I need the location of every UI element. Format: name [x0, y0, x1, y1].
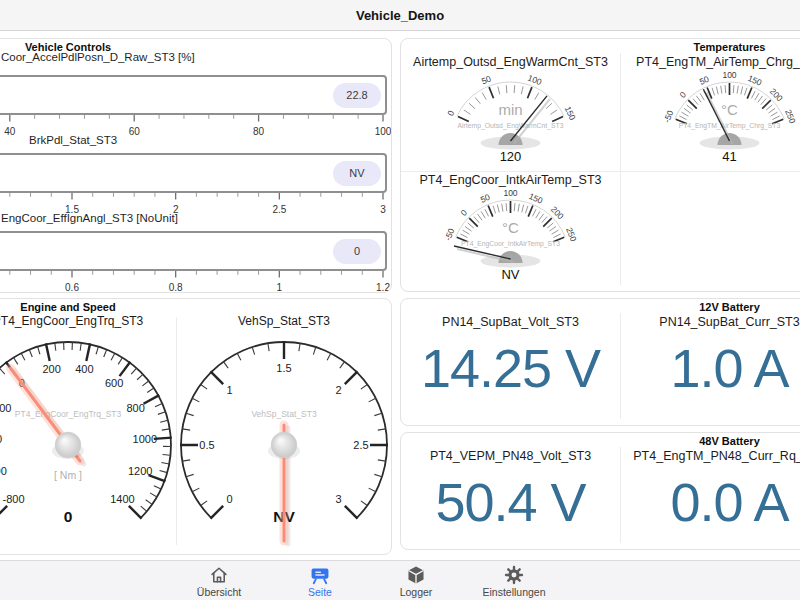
readout-value: 14.25 V: [401, 335, 620, 401]
panel-header-temperatures: Temperatures: [401, 41, 800, 53]
gauge-unit: °C: [721, 101, 738, 118]
nav-item-page[interactable]: Seite: [265, 564, 375, 598]
svg-text:60: 60: [129, 126, 141, 137]
readout-title: PT4_EngTM_PN48_Curr_Rq_ST3: [620, 449, 800, 463]
svg-text:3: 3: [380, 204, 386, 215]
svg-text:1.2: 1.2: [376, 282, 390, 293]
svg-text:2: 2: [335, 384, 341, 396]
page-icon: [265, 564, 375, 586]
slider-value-badge: NV: [333, 161, 381, 186]
gauge-knob: [55, 432, 81, 458]
svg-text:150: 150: [563, 105, 578, 122]
panel-engine-and-speed: Engine and Speed PT4_EngCoor_EngTrq_ST3-…: [0, 298, 392, 555]
gauge-signal-name: VehSp_Stat_ST3: [251, 409, 316, 419]
nav-item-label: Logger: [361, 586, 471, 598]
gauge-knob: [271, 432, 297, 458]
slider-track[interactable]: 0: [0, 231, 387, 271]
gauge-title: PT4_EngTM_AirTemp_Chrg_ST3: [620, 55, 800, 69]
gauge-signal-name: PT4_EngTM_AirTemp_Chrg_ST3: [679, 122, 781, 130]
settings-icon: [459, 564, 569, 586]
half-dial-gauge: -50050100150200250°CPT4_EngCoor_IntkAirT…: [401, 189, 620, 269]
panel-vehicle-controls: Vehicle Controls Coor_AccelPdlPosn_D_Raw…: [0, 38, 392, 293]
gauge-value: 0: [64, 508, 73, 525]
readout-title: PN14_SupBat_Curr_ST3: [620, 315, 800, 329]
panel-48v-battery: 48V Battery PT4_VEPM_PN48_Volt_ST350.4 V…: [400, 432, 800, 550]
round-dial-gauge: VehSp_Stat_ST300.511.522.53VehSp_Stat_ST…: [176, 313, 392, 551]
svg-text:250: 250: [783, 108, 798, 125]
svg-text:0: 0: [445, 109, 456, 118]
nav-item-settings[interactable]: Einstellungen: [459, 564, 569, 598]
svg-text:1400: 1400: [110, 493, 134, 505]
gauge-unit: °C: [502, 219, 519, 236]
nav-item-home[interactable]: Übersicht: [164, 564, 274, 598]
gauge-title: PT4_EngCoor_IntkAirTemp_ST3: [401, 173, 620, 187]
gauge-signal-name: PT4_EngCoor_IntkAirTemp_ST3: [461, 240, 560, 248]
logger-icon: [361, 564, 471, 586]
svg-text:100: 100: [722, 71, 736, 80]
panel-temperatures: Temperatures Airtemp_Outsd_EngWarmCnt_ST…: [400, 38, 800, 292]
svg-text:600: 600: [105, 377, 123, 389]
svg-text:-50: -50: [443, 227, 457, 242]
panel-header-vehicle-controls: Vehicle Controls: [0, 41, 391, 53]
svg-text:200: 200: [42, 363, 60, 375]
app-title: Vehicle_Demo: [356, 8, 444, 23]
svg-text:-50: -50: [662, 109, 676, 124]
svg-text:1000: 1000: [133, 433, 157, 445]
svg-text:-400: -400: [0, 433, 2, 445]
svg-text:100: 100: [503, 189, 517, 198]
svg-text:50: 50: [698, 74, 711, 87]
readout-title: PT4_VEPM_PN48_Volt_ST3: [401, 449, 620, 463]
gauge-signal-name: PT4_EngCoor_EngTrq_ST3: [15, 409, 122, 419]
slider-axis: 00.20.40.60.811.2: [0, 271, 391, 293]
gauge-needle: [454, 246, 511, 259]
nav-item-logger[interactable]: Logger: [361, 564, 471, 598]
readout-value: 50.4 V: [401, 469, 620, 535]
slider-signal-label: EngCoor_EffIgnAngl_ST3 [NoUnit]: [1, 212, 178, 224]
svg-text:50: 50: [480, 73, 493, 86]
svg-text:-800: -800: [3, 493, 25, 505]
panel-header-48v-battery: 48V Battery: [401, 435, 800, 447]
readout-title: PN14_SupBat_Volt_ST3: [401, 315, 620, 329]
panel-12v-battery: 12V Battery PN14_SupBat_Volt_ST314.25 VP…: [400, 298, 800, 426]
svg-text:1.5: 1.5: [276, 362, 291, 374]
gauge-value: 120: [401, 149, 620, 164]
readout-value: 0.0 A: [620, 469, 800, 535]
home-icon: [164, 564, 274, 586]
nav-item-label: Einstellungen: [459, 586, 569, 598]
round-dial-gauge: PT4_EngCoor_EngTrq_ST3-800-600-400-20002…: [0, 313, 176, 551]
svg-text:0: 0: [678, 89, 689, 100]
svg-text:800: 800: [126, 402, 144, 414]
gauge-hub: [499, 133, 523, 145]
svg-text:400: 400: [75, 363, 93, 375]
readout-value: 1.0 A: [620, 335, 800, 401]
svg-text:-600: -600: [0, 465, 7, 477]
half-dial-gauge: -50050100150200250°CPT4_EngTM_AirTemp_Ch…: [620, 71, 800, 151]
nav-item-label: Übersicht: [164, 586, 274, 598]
svg-text:1: 1: [226, 384, 232, 396]
gauge-title: VehSp_Stat_ST3: [238, 314, 330, 328]
app-title-bar: Vehicle_Demo: [0, 0, 800, 31]
svg-text:0.5: 0.5: [199, 439, 214, 451]
svg-text:3: 3: [335, 493, 341, 505]
slider-value-badge: 0: [333, 239, 381, 264]
svg-text:0.8: 0.8: [169, 282, 183, 293]
svg-text:1200: 1200: [128, 465, 152, 477]
svg-text:40: 40: [4, 126, 16, 137]
nav-item-label: Seite: [265, 586, 375, 598]
svg-text:0: 0: [459, 207, 470, 218]
gauge-title: PT4_EngCoor_EngTrq_ST3: [0, 314, 143, 328]
svg-text:80: 80: [253, 126, 265, 137]
panel-header-engine-and-speed: Engine and Speed: [0, 301, 391, 313]
gauge-title: Airtemp_Outsd_EngWarmCnt_ST3: [401, 55, 620, 69]
svg-text:100: 100: [375, 126, 391, 137]
slider-track[interactable]: 22.8: [0, 75, 387, 115]
gauge-unit: [ Nm ]: [54, 469, 82, 481]
bottom-nav-bar: ÜbersichtSeiteLoggerEinstellungen: [0, 560, 800, 600]
svg-text:0: 0: [226, 493, 232, 505]
svg-text:1: 1: [277, 282, 283, 293]
gauge-value: NV: [401, 267, 620, 282]
half-dial-gauge: 050100150minAirtemp_Outsd_EngWarmCnt_ST3: [401, 71, 620, 151]
panel-header-12v-battery: 12V Battery: [401, 301, 800, 313]
slider-track[interactable]: NV: [0, 153, 387, 193]
slider-value-badge: 22.8: [333, 83, 381, 108]
